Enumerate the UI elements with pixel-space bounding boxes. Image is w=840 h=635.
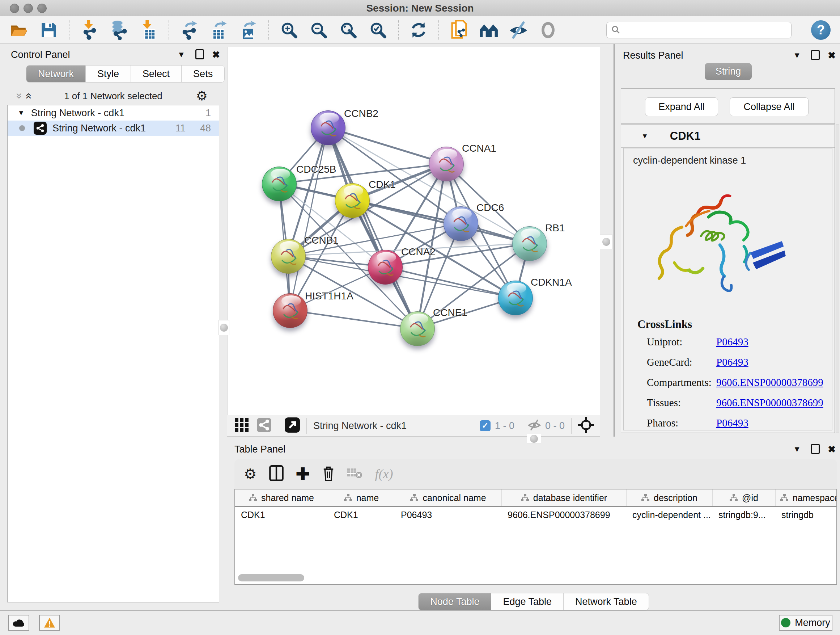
tab-edge-table[interactable]: Edge Table [491,593,564,610]
table-cell[interactable]: 9606.ENSP00000378699 [502,507,627,523]
hidden-eye-slash-icon[interactable] [528,419,541,432]
fit-selected-crosshair-icon[interactable] [578,417,594,434]
export-network-icon[interactable] [180,20,199,40]
string-network-badge-icon[interactable] [257,418,271,434]
zoom-selected-icon[interactable] [368,20,388,40]
column-header-name[interactable]: name [328,489,395,506]
network-node-rb1[interactable] [512,226,547,261]
search-input[interactable] [621,24,787,35]
show-columns-icon[interactable] [269,465,284,483]
results-panel-splitter[interactable] [613,44,615,437]
table-row[interactable]: CDK1CDK1P064939606.ENSP00000378699cyclin… [235,507,836,523]
export-table-icon[interactable] [209,20,229,40]
results-entry-box: ▼ CDK1 cyclin-dependent kinase 1 [621,125,835,433]
open-session-icon[interactable] [9,20,29,40]
table-cell[interactable]: P06493 [395,507,502,523]
right-splitter-handle[interactable] [600,234,613,249]
table-cell[interactable]: stringdb:9... [713,507,775,523]
network-node-cdk1[interactable] [335,183,370,218]
crosslink-link[interactable]: 9606.ENSP00000378699 [716,397,823,409]
float-panel-icon[interactable] [195,49,204,61]
results-scrollbar[interactable] [836,125,839,433]
network-node-ccne1[interactable] [400,311,435,346]
delete-table-icon[interactable] [347,467,363,481]
graphics-details-icon[interactable] [479,20,499,40]
network-node-ccna2[interactable] [368,250,403,285]
tab-style[interactable]: Style [86,65,131,82]
table-cell[interactable]: stringdb [775,507,837,523]
crosslink-link[interactable]: P06493 [716,356,748,368]
column-header-shared-name[interactable]: shared name [235,489,328,506]
close-panel-icon[interactable]: ✖ [828,444,836,455]
tab-select[interactable]: Select [131,65,182,82]
float-panel-icon[interactable] [811,50,820,62]
network-edge[interactable] [328,127,446,164]
delete-column-icon[interactable] [322,465,335,483]
network-node-ccnb2[interactable] [311,111,346,145]
close-panel-icon[interactable]: ✖ [212,49,220,60]
tab-network[interactable]: Network [26,65,86,82]
network-node-cdc25b[interactable] [262,166,297,201]
import-network-file-icon[interactable] [80,20,99,40]
zoom-out-icon[interactable] [309,20,328,40]
network-edge[interactable] [290,127,328,310]
column-header-canonical-name[interactable]: canonical name [395,489,502,506]
network-node-hist1h1a[interactable] [273,293,308,328]
zoom-fit-content-icon[interactable] [339,20,358,40]
show-all-icon[interactable] [538,20,558,40]
tab-network-table[interactable]: Network Table [564,593,649,610]
gene-caret-icon[interactable]: ▼ [641,132,648,140]
table-options-gear-icon[interactable]: ⚙ [244,467,257,480]
first-neighbors-icon[interactable] [449,20,469,40]
hide-selected-icon[interactable] [508,20,528,40]
crosslink-link[interactable]: P06493 [716,336,748,348]
table-cell[interactable]: CDK1 [235,507,328,523]
network-node-ccna1[interactable] [429,147,464,181]
memory-button[interactable]: Memory [779,615,832,631]
refresh-network-icon[interactable] [409,20,428,40]
collapse-panel-icon[interactable]: ▼ [793,445,801,454]
help-icon[interactable]: ? [811,20,831,40]
left-splitter-handle[interactable] [218,320,229,335]
float-panel-icon[interactable] [811,444,820,455]
cloud-status-button[interactable] [8,615,29,631]
crosslink-link[interactable]: 9606.ENSP00000378699 [716,377,823,388]
expand-all-button[interactable]: Expand All [645,97,718,116]
network-collection-row[interactable]: ▼ String Network - cdk1 1 [8,105,219,120]
network-canvas[interactable]: CCNB2CCNA1CDC25BCDK1CDC6RB1CCNB1CCNA2CDK… [227,47,600,415]
birds-eye-view-icon[interactable] [234,418,249,434]
zoom-in-icon[interactable] [279,20,299,40]
network-options-gear-icon[interactable]: ⚙ [196,89,208,103]
export-image-icon[interactable] [239,20,258,40]
column-header-namespace[interactable]: namespace [775,489,837,506]
network-node-ccnb1[interactable] [271,239,306,274]
tab-string[interactable]: String [705,63,752,80]
network-node-cdc6[interactable] [444,206,478,241]
create-column-icon[interactable]: ✚ [296,467,310,481]
network-node-cdkn1a[interactable] [498,280,533,315]
close-panel-icon[interactable]: ✖ [828,50,836,61]
column-header-description[interactable]: description [627,489,713,506]
crosslink-link[interactable]: P06493 [716,417,748,429]
save-session-icon[interactable] [39,20,58,40]
column-header-id[interactable]: @id [713,489,775,506]
network-row[interactable]: String Network - cdk1 11 48 [8,120,219,136]
column-header-database-identifier[interactable]: database identifier [502,489,627,506]
network-edge[interactable] [290,310,417,328]
selected-checkbox-icon[interactable]: ✓ [480,420,491,431]
tab-sets[interactable]: Sets [182,65,225,82]
import-table-file-icon[interactable] [139,20,158,40]
table-horizontal-scrollbar[interactable] [238,574,304,581]
collapse-panel-icon[interactable]: ▼ [177,50,185,59]
collapse-panel-icon[interactable]: ▼ [793,51,801,60]
open-in-window-icon[interactable] [285,417,300,434]
import-network-database-icon[interactable] [109,20,129,40]
function-builder-icon[interactable]: f(x) [375,466,393,481]
tab-node-table[interactable]: Node Table [418,593,491,610]
gene-entry-header[interactable]: ▼ CDK1 [621,125,835,148]
collection-caret-icon[interactable]: ▼ [18,109,25,117]
warnings-button[interactable] [39,615,60,631]
table-cell[interactable]: CDK1 [328,507,395,523]
collapse-all-button[interactable]: Collapse All [729,97,808,116]
table-cell[interactable]: cyclin-dependent ... [627,507,713,523]
